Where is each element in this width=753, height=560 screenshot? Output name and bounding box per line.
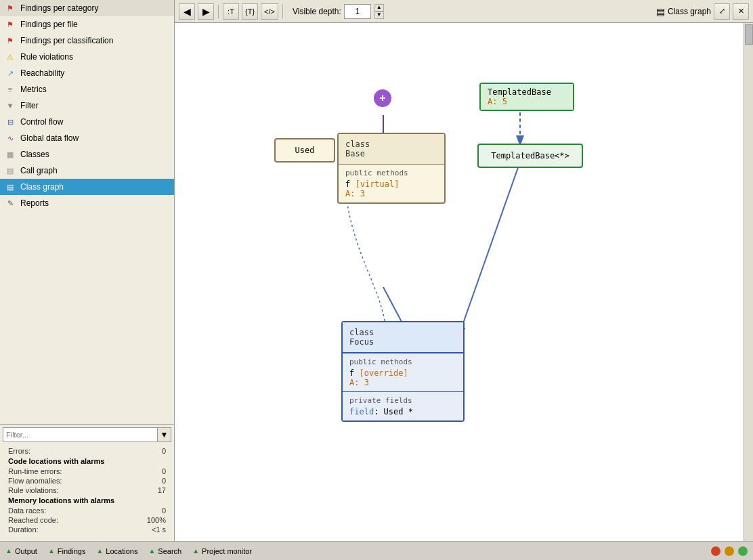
templated-base-line2: A: 5 — [488, 97, 566, 106]
status-output[interactable]: ▲ Output — [5, 547, 37, 555]
reachability-icon: ↗ — [4, 67, 16, 79]
depth-up-button[interactable]: ▲ — [374, 4, 384, 12]
sidebar-item-findings-category[interactable]: ⚑ Findings per category — [0, 0, 174, 16]
used-label: Used — [295, 146, 315, 155]
focus-field-row: field: Used * — [349, 407, 456, 416]
toolbar: ◀ ▶ :T {T} </> Visible depth: ▲ ▼ ▤ Clas… — [175, 0, 753, 23]
text-view-button[interactable]: :T — [223, 3, 239, 20]
sidebar-item-class-graph[interactable]: ▤ Class graph — [0, 179, 174, 195]
depth-down-button[interactable]: ▼ — [374, 12, 384, 19]
focus-header-line2: Focus — [349, 337, 456, 347]
toolbar-separator-1 — [218, 5, 219, 18]
svg-line-2 — [459, 162, 520, 335]
sidebar-item-metrics[interactable]: ≡ Metrics — [0, 81, 174, 98]
scrollbar-thumb[interactable] — [745, 24, 753, 45]
reports-icon: ✎ — [4, 197, 16, 209]
sidebar-item-call-graph[interactable]: ▤ Call graph — [0, 163, 174, 179]
templated-base-line1: TemplatedBase — [488, 87, 566, 97]
filter-row: ▼ — [3, 427, 171, 442]
forward-button[interactable]: ▶ — [198, 3, 214, 20]
findings-category-icon: ⚑ — [4, 2, 16, 14]
filter-input[interactable] — [3, 427, 158, 442]
sidebar-item-findings-file[interactable]: ⚑ Findings per file — [0, 16, 174, 33]
base-metric: A: 3 — [345, 189, 437, 198]
focus-node[interactable]: class Focus public methods f [override] … — [341, 321, 465, 422]
flow-anomalies-label: Flow anomalies: — [8, 477, 62, 485]
sidebar-item-label: Metrics — [20, 85, 47, 94]
text-info-button[interactable]: {T} — [242, 3, 258, 20]
code-button[interactable]: </> — [261, 3, 278, 20]
sidebar-item-label: Global data flow — [20, 133, 79, 143]
runtime-errors-label: Run-time errors: — [8, 467, 62, 475]
project-monitor-triangle-icon: ▲ — [192, 547, 199, 555]
project-monitor-label: Project monitor — [202, 547, 252, 555]
expand-button[interactable]: ⤢ — [714, 3, 730, 20]
sidebar-item-control-flow[interactable]: ⊟ Control flow — [0, 114, 174, 130]
expand-plus-button[interactable]: + — [374, 89, 391, 107]
class-graph-icon-small: ▤ — [656, 6, 665, 17]
sidebar-item-label: Reachability — [20, 68, 64, 78]
sidebar-item-label: Rule violations — [20, 52, 73, 62]
class-graph-tab: ▤ Class graph — [656, 6, 711, 17]
templated-base-ptr-node[interactable]: TemplatedBase<*> — [477, 144, 583, 168]
focus-section2-title: private fields — [349, 396, 456, 405]
sidebar-item-global-data-flow[interactable]: ∿ Global data flow — [0, 130, 174, 146]
output-triangle-icon: ▲ — [5, 547, 12, 555]
code-locations-label: Code locations with alarms — [5, 456, 169, 467]
flow-anomalies-value: 0 — [162, 477, 166, 485]
findings-class-icon: ⚑ — [4, 35, 16, 47]
focus-field-colon: : Used * — [374, 407, 413, 416]
sidebar-item-reachability[interactable]: ↗ Reachability — [0, 65, 174, 81]
visible-depth-label: Visible depth: — [293, 7, 341, 16]
focus-section1-title: public methods — [349, 358, 456, 366]
rule-violations-row: Rule violations: 17 — [5, 486, 169, 495]
back-button[interactable]: ◀ — [179, 3, 195, 20]
toolbar-right: ▤ Class graph ⤢ ✕ — [656, 3, 749, 20]
plus-icon: + — [379, 92, 385, 104]
sidebar-item-label: Filter — [20, 101, 39, 110]
filter-dropdown-button[interactable]: ▼ — [158, 427, 171, 442]
reached-code-row: Reached code: 100% — [5, 515, 169, 525]
sidebar-item-classes[interactable]: ▦ Classes — [0, 146, 174, 163]
templated-base-node[interactable]: TemplatedBase A: 5 — [479, 83, 574, 111]
rule-violations-value: 17 — [158, 486, 166, 494]
sidebar-item-filter[interactable]: ▼ Filter — [0, 98, 174, 114]
focus-method-modifier: [override] — [359, 368, 408, 378]
focus-method-row: f [override] — [349, 368, 456, 378]
call-graph-icon: ▤ — [4, 165, 16, 177]
classes-icon: ▦ — [4, 148, 16, 160]
sidebar-item-label: Call graph — [20, 166, 58, 175]
rule-violations-icon: ⚠ — [4, 51, 16, 63]
base-node[interactable]: class Base public methods f [virtual] A:… — [337, 133, 446, 204]
sidebar-item-rule-violations[interactable]: ⚠ Rule violations — [0, 49, 174, 65]
sidebar-item-label: Classes — [20, 150, 49, 159]
focus-field-name: field — [349, 407, 374, 416]
focus-method-name: f — [349, 368, 359, 378]
visible-depth-input[interactable] — [344, 4, 371, 19]
used-node[interactable]: Used — [274, 138, 335, 163]
status-search[interactable]: ▲ Search — [148, 547, 181, 555]
graph-arrows — [175, 23, 750, 541]
runtime-errors-row: Run-time errors: 0 — [5, 467, 169, 476]
sidebar-item-label: Control flow — [20, 117, 63, 127]
vertical-scrollbar[interactable] — [744, 23, 753, 541]
status-dot-orange[interactable] — [725, 546, 734, 556]
status-findings[interactable]: ▲ Findings — [48, 547, 85, 555]
sidebar-item-reports[interactable]: ✎ Reports — [0, 195, 174, 211]
data-races-label: Data races: — [8, 507, 46, 515]
sidebar-bottom: ▼ Errors: 0 Code locations with alarms R… — [0, 424, 174, 541]
status-project-monitor[interactable]: ▲ Project monitor — [192, 547, 252, 555]
locations-label: Locations — [106, 547, 137, 555]
stats-section: Errors: 0 Code locations with alarms Run… — [3, 442, 171, 538]
base-header-line1: class — [345, 139, 437, 149]
status-dot-green[interactable] — [738, 546, 748, 556]
status-locations[interactable]: ▲ Locations — [96, 547, 137, 555]
status-bar: ▲ Output ▲ Findings ▲ Locations ▲ Search… — [0, 541, 753, 560]
sidebar-item-findings-classification[interactable]: ⚑ Findings per classification — [0, 33, 174, 49]
graph-scroll[interactable]: + Used TemplatedBase A: 5 — [175, 23, 753, 541]
close-button[interactable]: ✕ — [733, 3, 749, 20]
status-dot-red[interactable] — [711, 546, 720, 556]
class-graph-icon: ▤ — [4, 181, 16, 193]
base-section-title: public methods — [345, 169, 437, 177]
reached-code-value: 100% — [147, 516, 166, 524]
